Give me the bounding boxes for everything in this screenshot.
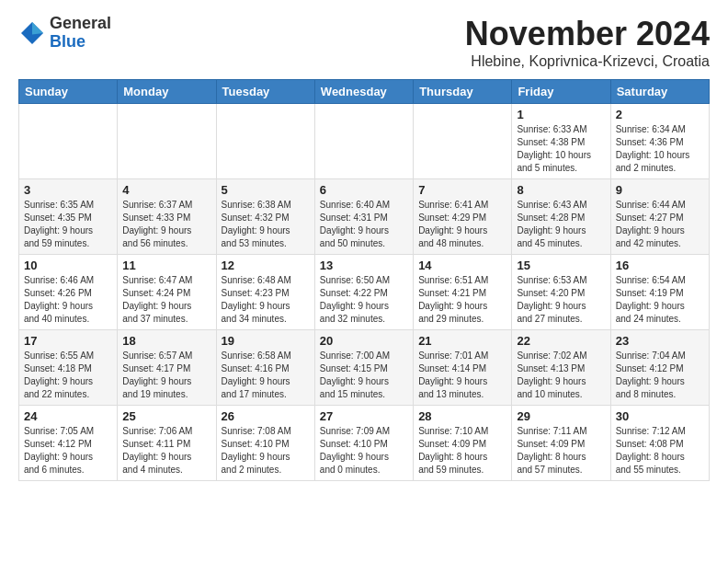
day-number: 11 bbox=[122, 259, 210, 272]
logo-text: General Blue bbox=[50, 15, 111, 52]
cell-text: Sunrise: 6:58 AM Sunset: 4:16 PM Dayligh… bbox=[222, 350, 310, 401]
day-number: 13 bbox=[320, 259, 408, 272]
cell-text: Sunrise: 7:04 AM Sunset: 4:12 PM Dayligh… bbox=[616, 350, 704, 401]
svg-marker-1 bbox=[32, 22, 43, 35]
page-header: General Blue November 2024 Hlebine, Kopr… bbox=[18, 15, 710, 70]
cell-text: Sunrise: 6:48 AM Sunset: 4:23 PM Dayligh… bbox=[222, 274, 310, 326]
day-number: 21 bbox=[418, 334, 506, 348]
cell-text: Sunrise: 7:10 AM Sunset: 4:09 PM Dayligh… bbox=[418, 425, 506, 477]
day-number: 23 bbox=[616, 334, 704, 348]
calendar-cell: 14Sunrise: 6:51 AM Sunset: 4:21 PM Dayli… bbox=[414, 255, 512, 330]
logo-blue: Blue bbox=[50, 32, 85, 51]
day-number: 22 bbox=[517, 334, 605, 348]
day-number: 3 bbox=[24, 183, 112, 197]
cell-text: Sunrise: 7:08 AM Sunset: 4:10 PM Dayligh… bbox=[222, 425, 310, 477]
calendar-cell: 2Sunrise: 6:34 AM Sunset: 4:36 PM Daylig… bbox=[610, 104, 709, 179]
day-number: 17 bbox=[24, 334, 112, 348]
calendar-cell: 26Sunrise: 7:08 AM Sunset: 4:10 PM Dayli… bbox=[216, 406, 314, 481]
calendar-cell: 23Sunrise: 7:04 AM Sunset: 4:12 PM Dayli… bbox=[610, 330, 709, 406]
cell-text: Sunrise: 6:41 AM Sunset: 4:29 PM Dayligh… bbox=[418, 199, 506, 250]
calendar-week-row: 10Sunrise: 6:46 AM Sunset: 4:26 PM Dayli… bbox=[19, 255, 710, 330]
calendar-week-row: 17Sunrise: 6:55 AM Sunset: 4:18 PM Dayli… bbox=[19, 330, 710, 406]
month-year: November 2024 bbox=[465, 15, 710, 53]
cell-text: Sunrise: 7:02 AM Sunset: 4:13 PM Dayligh… bbox=[517, 350, 605, 401]
column-header-saturday: Saturday bbox=[610, 80, 709, 104]
day-number: 24 bbox=[24, 409, 112, 423]
calendar-cell: 9Sunrise: 6:44 AM Sunset: 4:27 PM Daylig… bbox=[610, 179, 709, 255]
cell-text: Sunrise: 6:47 AM Sunset: 4:24 PM Dayligh… bbox=[122, 274, 210, 326]
column-header-tuesday: Tuesday bbox=[216, 80, 314, 104]
cell-text: Sunrise: 6:57 AM Sunset: 4:17 PM Dayligh… bbox=[122, 350, 210, 401]
column-header-wednesday: Wednesday bbox=[314, 80, 413, 104]
calendar-cell: 15Sunrise: 6:53 AM Sunset: 4:20 PM Dayli… bbox=[512, 255, 610, 330]
calendar-cell: 4Sunrise: 6:37 AM Sunset: 4:33 PM Daylig… bbox=[118, 179, 216, 255]
day-number: 26 bbox=[222, 409, 310, 423]
cell-text: Sunrise: 7:01 AM Sunset: 4:14 PM Dayligh… bbox=[418, 350, 506, 401]
cell-text: Sunrise: 6:35 AM Sunset: 4:35 PM Dayligh… bbox=[24, 199, 112, 250]
cell-text: Sunrise: 7:11 AM Sunset: 4:09 PM Dayligh… bbox=[517, 425, 605, 477]
column-header-thursday: Thursday bbox=[414, 80, 512, 104]
day-number: 20 bbox=[320, 334, 408, 348]
day-number: 8 bbox=[517, 183, 605, 197]
cell-text: Sunrise: 6:51 AM Sunset: 4:21 PM Dayligh… bbox=[418, 274, 506, 326]
calendar-cell: 19Sunrise: 6:58 AM Sunset: 4:16 PM Dayli… bbox=[216, 330, 314, 406]
day-number: 25 bbox=[122, 409, 210, 423]
calendar-cell: 12Sunrise: 6:48 AM Sunset: 4:23 PM Dayli… bbox=[216, 255, 314, 330]
calendar-cell: 1Sunrise: 6:33 AM Sunset: 4:38 PM Daylig… bbox=[512, 104, 610, 179]
calendar-header-row: SundayMondayTuesdayWednesdayThursdayFrid… bbox=[19, 80, 710, 104]
cell-text: Sunrise: 6:34 AM Sunset: 4:36 PM Dayligh… bbox=[616, 123, 704, 175]
cell-text: Sunrise: 6:37 AM Sunset: 4:33 PM Dayligh… bbox=[122, 199, 210, 250]
day-number: 4 bbox=[122, 183, 210, 197]
calendar-table: SundayMondayTuesdayWednesdayThursdayFrid… bbox=[18, 79, 710, 481]
column-header-sunday: Sunday bbox=[19, 80, 118, 104]
day-number: 10 bbox=[24, 259, 112, 272]
day-number: 27 bbox=[320, 409, 408, 423]
calendar-cell: 21Sunrise: 7:01 AM Sunset: 4:14 PM Dayli… bbox=[414, 330, 512, 406]
calendar-cell: 10Sunrise: 6:46 AM Sunset: 4:26 PM Dayli… bbox=[19, 255, 118, 330]
calendar-cell: 28Sunrise: 7:10 AM Sunset: 4:09 PM Dayli… bbox=[414, 406, 512, 481]
calendar-cell: 22Sunrise: 7:02 AM Sunset: 4:13 PM Dayli… bbox=[512, 330, 610, 406]
day-number: 2 bbox=[616, 108, 704, 121]
cell-text: Sunrise: 6:46 AM Sunset: 4:26 PM Dayligh… bbox=[24, 274, 112, 326]
cell-text: Sunrise: 6:55 AM Sunset: 4:18 PM Dayligh… bbox=[24, 350, 112, 401]
day-number: 19 bbox=[222, 334, 310, 348]
cell-text: Sunrise: 6:54 AM Sunset: 4:19 PM Dayligh… bbox=[616, 274, 704, 326]
calendar-cell bbox=[19, 104, 118, 179]
cell-text: Sunrise: 6:43 AM Sunset: 4:28 PM Dayligh… bbox=[517, 199, 605, 250]
calendar-week-row: 24Sunrise: 7:05 AM Sunset: 4:12 PM Dayli… bbox=[19, 406, 710, 481]
day-number: 6 bbox=[320, 183, 408, 197]
calendar-cell: 13Sunrise: 6:50 AM Sunset: 4:22 PM Dayli… bbox=[314, 255, 413, 330]
calendar-cell: 25Sunrise: 7:06 AM Sunset: 4:11 PM Dayli… bbox=[118, 406, 216, 481]
day-number: 15 bbox=[517, 259, 605, 272]
calendar-cell bbox=[414, 104, 512, 179]
cell-text: Sunrise: 6:50 AM Sunset: 4:22 PM Dayligh… bbox=[320, 274, 408, 326]
day-number: 9 bbox=[616, 183, 704, 197]
day-number: 18 bbox=[122, 334, 210, 348]
calendar-cell bbox=[314, 104, 413, 179]
cell-text: Sunrise: 7:00 AM Sunset: 4:15 PM Dayligh… bbox=[320, 350, 408, 401]
cell-text: Sunrise: 7:06 AM Sunset: 4:11 PM Dayligh… bbox=[122, 425, 210, 477]
logo-icon bbox=[18, 19, 46, 47]
calendar-cell: 16Sunrise: 6:54 AM Sunset: 4:19 PM Dayli… bbox=[610, 255, 709, 330]
day-number: 1 bbox=[517, 108, 605, 121]
day-number: 28 bbox=[418, 409, 506, 423]
location: Hlebine, Koprivnica-Krizevci, Croatia bbox=[465, 53, 710, 70]
day-number: 14 bbox=[418, 259, 506, 272]
day-number: 12 bbox=[222, 259, 310, 272]
day-number: 16 bbox=[616, 259, 704, 272]
calendar-cell: 17Sunrise: 6:55 AM Sunset: 4:18 PM Dayli… bbox=[19, 330, 118, 406]
cell-text: Sunrise: 6:40 AM Sunset: 4:31 PM Dayligh… bbox=[320, 199, 408, 250]
calendar-cell bbox=[216, 104, 314, 179]
logo-general: General bbox=[50, 14, 111, 32]
title-block: November 2024 Hlebine, Koprivnica-Krizev… bbox=[465, 15, 710, 70]
day-number: 30 bbox=[616, 409, 704, 423]
cell-text: Sunrise: 7:05 AM Sunset: 4:12 PM Dayligh… bbox=[24, 425, 112, 477]
calendar-cell: 8Sunrise: 6:43 AM Sunset: 4:28 PM Daylig… bbox=[512, 179, 610, 255]
calendar-cell: 20Sunrise: 7:00 AM Sunset: 4:15 PM Dayli… bbox=[314, 330, 413, 406]
day-number: 29 bbox=[517, 409, 605, 423]
calendar-cell: 5Sunrise: 6:38 AM Sunset: 4:32 PM Daylig… bbox=[216, 179, 314, 255]
cell-text: Sunrise: 6:53 AM Sunset: 4:20 PM Dayligh… bbox=[517, 274, 605, 326]
day-number: 5 bbox=[222, 183, 310, 197]
calendar-cell: 11Sunrise: 6:47 AM Sunset: 4:24 PM Dayli… bbox=[118, 255, 216, 330]
cell-text: Sunrise: 6:38 AM Sunset: 4:32 PM Dayligh… bbox=[222, 199, 310, 250]
